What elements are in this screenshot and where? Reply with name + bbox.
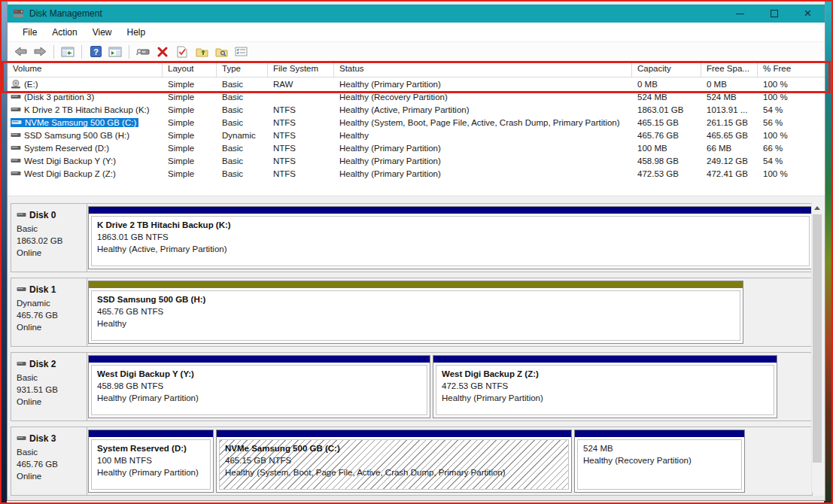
cell-layout: Simple (163, 156, 217, 165)
disk3-info-box[interactable]: Disk 3 Basic 465.76 GB Online (11, 427, 87, 495)
column-header-free-space[interactable]: Free Spa... (701, 62, 758, 77)
disk-type: Basic (17, 447, 82, 458)
volume-row-nvme-c-selected[interactable]: NVMe Samsung 500 GB (C:) Simple Basic NT… (8, 116, 825, 129)
partition-k-drive[interactable]: K Drive 2 TB Hitachi Backup (K:) 1863.01… (88, 206, 813, 269)
disk0-info-box[interactable]: Disk 0 Basic 1863.02 GB Online (11, 204, 87, 272)
disk-management-window: Disk Management × File Action View Help (7, 2, 825, 501)
menu-file[interactable]: File (15, 24, 44, 41)
partition-status: Healthy (97, 317, 734, 329)
disk-icon (17, 284, 26, 295)
scrollbar-thumb[interactable] (813, 214, 822, 463)
volume-row-e[interactable]: (E:) Simple Basic RAW Healthy (Primary P… (8, 77, 825, 90)
volume-row-disk3-partition3[interactable]: (Disk 3 partition 3) Simple Basic Health… (8, 90, 825, 103)
disk-row-1: Disk 1 Dynamic 465.76 GB Online SSD Sams… (11, 278, 813, 347)
partition-title: West Digi Backup Z (Z:) (442, 368, 768, 380)
column-header-layout[interactable]: Layout (163, 62, 217, 77)
partition-nvme-c-selected[interactable]: NVMe Samsung 500 GB (C:) 465.15 GB NTFS … (216, 430, 572, 493)
disk-status: Online (17, 247, 82, 259)
volume-name: K Drive 2 TB Hitachi Backup (K:) (24, 105, 150, 114)
partition-status: Healthy (System, Boot, Page File, Active… (225, 466, 563, 478)
volume-row-system-reserved[interactable]: System Reserved (D:) Simple Basic NTFS H… (8, 141, 825, 154)
folder-up-icon[interactable] (193, 44, 210, 59)
cell-capacity: 524 MB (632, 93, 701, 102)
partition-status: Healthy (Active, Primary Partition) (97, 243, 804, 255)
close-button[interactable]: × (791, 5, 825, 23)
cd-drive-icon (11, 80, 21, 89)
volume-name: System Reserved (D:) (24, 144, 109, 153)
delete-icon[interactable] (154, 44, 171, 59)
column-header-pct-free[interactable]: % Free (758, 62, 825, 77)
disk1-info-box[interactable]: Disk 1 Dynamic 465.76 GB Online (11, 278, 87, 346)
folder-search-icon[interactable] (213, 44, 230, 59)
partition-recovery[interactable]: 524 MB Healthy (Recovery Partition) (574, 430, 745, 493)
column-header-volume[interactable]: Volume (8, 62, 163, 77)
toolbar-separator (81, 45, 82, 59)
menu-bar: File Action View Help (8, 23, 825, 42)
partition-size-fs: 472.53 GB NTFS (442, 380, 768, 392)
cell-layout: Simple (163, 144, 217, 153)
vertical-scrollbar[interactable] (811, 202, 822, 493)
cell-type: Basic (217, 105, 268, 114)
back-icon[interactable] (12, 44, 29, 59)
partition-color-bar (217, 430, 571, 437)
cell-fs: RAW (268, 80, 334, 89)
menu-view[interactable]: View (85, 24, 120, 41)
task-list-icon[interactable] (233, 44, 249, 59)
cell-fs: NTFS (268, 131, 334, 140)
cell-type: Basic (217, 156, 268, 165)
disk-status: Online (17, 471, 82, 482)
volume-row-west-digi-y[interactable]: West Digi Backup Y (Y:) Simple Basic NTF… (8, 154, 825, 167)
cell-capacity: 458.98 GB (632, 156, 701, 165)
selected-volume-highlight: NVMe Samsung 500 GB (C:) (11, 118, 138, 127)
cell-status: Healthy (Recovery Partition) (334, 93, 632, 102)
menu-action[interactable]: Action (44, 24, 84, 41)
partition-title: NVMe Samsung 500 GB (C:) (225, 442, 563, 454)
cell-capacity: 0 MB (632, 80, 701, 89)
volume-row-k-drive[interactable]: K Drive 2 TB Hitachi Backup (K:) Simple … (8, 103, 825, 116)
window-bottom-edge (8, 496, 825, 500)
volume-name: SSD Samsung 500 GB (H:) (24, 131, 129, 140)
action-pane-icon[interactable] (107, 44, 123, 59)
partition-status: Healthy (Primary Partition) (97, 466, 205, 478)
partition-color-bar (89, 281, 743, 288)
partition-title: SSD Samsung 500 GB (H:) (97, 293, 734, 305)
cell-fs: NTFS (268, 156, 334, 165)
console-tree-icon[interactable] (59, 44, 76, 59)
disk-size: 1863.02 GB (17, 235, 82, 247)
volume-row-west-digi-z[interactable]: West Digi Backup Z (Z:) Simple Basic NTF… (8, 167, 825, 180)
disk2-info-box[interactable]: Disk 2 Basic 931.51 GB Online (11, 353, 87, 421)
cell-layout: Simple (163, 105, 217, 114)
column-header-status[interactable]: Status (334, 62, 632, 77)
cell-free: 261.15 GB (701, 118, 758, 127)
disk-type: Basic (17, 372, 82, 384)
column-header-type[interactable]: Type (217, 62, 268, 77)
disk-tool-icon[interactable] (135, 44, 151, 59)
check-document-icon[interactable] (174, 44, 190, 59)
forward-icon[interactable] (32, 44, 48, 59)
disk-name: Disk 2 (29, 359, 56, 369)
partition-status: Healthy (Recovery Partition) (583, 454, 736, 466)
partition-system-reserved[interactable]: System Reserved (D:) 100 MB NTFS Healthy… (88, 430, 214, 493)
partition-size-fs: 1863.01 GB NTFS (97, 231, 804, 243)
column-header-file-system[interactable]: File System (268, 62, 334, 77)
help-icon[interactable]: ? (87, 44, 104, 59)
title-bar[interactable]: Disk Management × (8, 5, 825, 23)
menu-help[interactable]: Help (120, 24, 154, 41)
disk-size: 465.76 GB (17, 459, 82, 470)
partition-ssd-h[interactable]: SSD Samsung 500 GB (H:) 465.76 GB NTFS H… (88, 281, 743, 344)
partition-west-digi-y[interactable]: West Digi Backup Y (Y:) 458.98 GB NTFS H… (88, 355, 430, 418)
disk-name: Disk 0 (29, 210, 56, 220)
window-title: Disk Management (29, 8, 102, 19)
cell-fs: NTFS (268, 105, 334, 114)
disk-row-3: Disk 3 Basic 465.76 GB Online System Res… (11, 427, 813, 496)
scroll-up-icon[interactable] (812, 202, 822, 214)
cell-free: 1013.91 ... (701, 105, 758, 114)
partition-west-digi-z[interactable]: West Digi Backup Z (Z:) 472.53 GB NTFS H… (433, 355, 777, 418)
partition-color-bar (575, 430, 744, 437)
column-header-capacity[interactable]: Capacity (632, 62, 701, 77)
cell-status: Healthy (Primary Partition) (334, 169, 632, 178)
maximize-button[interactable] (757, 5, 791, 23)
cell-pct-free: 100 % (758, 131, 825, 140)
volume-row-ssd-h[interactable]: SSD Samsung 500 GB (H:) Simple Dynamic N… (8, 129, 825, 141)
minimize-button[interactable] (723, 5, 757, 23)
